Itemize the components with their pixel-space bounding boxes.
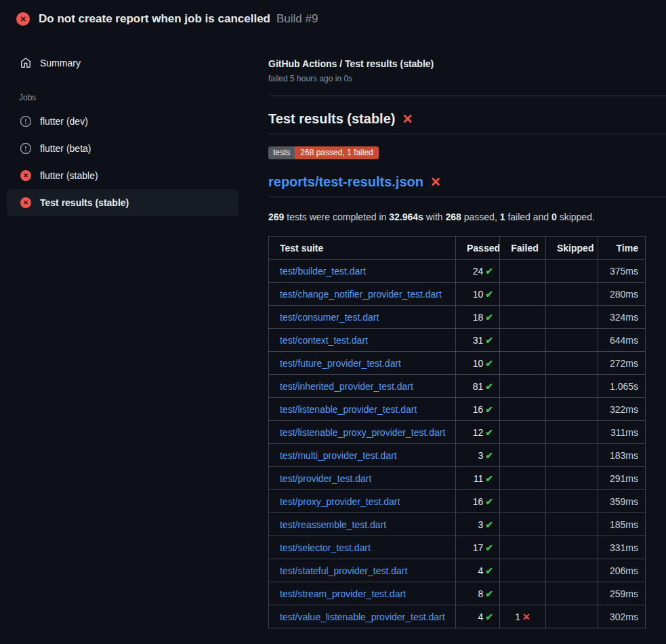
- job-label: flutter (dev): [40, 116, 88, 127]
- summary-text: skipped.: [557, 212, 595, 222]
- table-row: test/stateful_provider_test.dart4✔206ms: [269, 559, 646, 582]
- time-cell: 311ms: [598, 421, 646, 444]
- failed-cell: [500, 467, 546, 490]
- passed-cell: 16✔: [456, 398, 500, 421]
- passed-cell: 10✔: [456, 352, 500, 375]
- skipped-cell: [546, 283, 598, 306]
- failed-cell: [500, 375, 546, 398]
- sidebar-job-item-3[interactable]: ✕Test results (stable): [7, 189, 238, 216]
- time-cell: 324ms: [598, 306, 646, 329]
- suite-cell: test/inherited_provider_test.dart: [269, 375, 456, 398]
- suite-link[interactable]: test/builder_test.dart: [280, 266, 366, 277]
- summary-number: 0: [551, 212, 557, 222]
- passed-cell: 8✔: [456, 582, 500, 605]
- sidebar-job-item-1[interactable]: flutter (beta): [7, 135, 238, 162]
- table-header-row: Test suitePassedFailedSkippedTime: [269, 237, 646, 260]
- time-cell: 359ms: [598, 490, 646, 513]
- skipped-cell: [546, 329, 598, 352]
- suite-link[interactable]: test/stream_provider_test.dart: [280, 588, 406, 599]
- suite-link[interactable]: test/listenable_provider_test.dart: [280, 404, 417, 415]
- table-row: test/value_listenable_provider_test.dart…: [269, 605, 646, 628]
- section-heading: Test results (stable) ✕: [268, 96, 666, 134]
- sidebar-job-item-0[interactable]: flutter (dev): [7, 108, 238, 135]
- time-cell: 375ms: [598, 260, 646, 283]
- check-icon: ✔: [485, 496, 493, 507]
- table-row: test/multi_provider_test.dart3✔183ms: [269, 444, 646, 467]
- check-icon: ✔: [485, 335, 493, 346]
- check-icon: ✔: [485, 427, 493, 438]
- suite-cell: test/multi_provider_test.dart: [269, 444, 456, 467]
- suite-link[interactable]: test/context_test.dart: [280, 335, 368, 346]
- report-file-link[interactable]: reports/test-results.json: [268, 174, 423, 190]
- failed-status-icon: ✕: [20, 197, 31, 208]
- skipped-cell: [546, 582, 598, 605]
- failed-cell: [500, 398, 546, 421]
- suite-link[interactable]: test/reassemble_test.dart: [280, 519, 386, 530]
- passed-cell: 4✔: [456, 605, 500, 628]
- time-cell: 1.065s: [598, 375, 646, 398]
- column-header-passed: Passed: [456, 237, 500, 260]
- skipped-cell: [546, 536, 598, 559]
- cancelled-status-icon: [20, 143, 31, 154]
- table-row: test/stream_provider_test.dart8✔259ms: [269, 582, 646, 605]
- suite-cell: test/context_test.dart: [269, 329, 456, 352]
- jobs-list: flutter (dev)flutter (beta)✕flutter (sta…: [0, 108, 257, 216]
- suite-cell: test/listenable_provider_test.dart: [269, 398, 456, 421]
- suite-link[interactable]: test/multi_provider_test.dart: [280, 450, 397, 461]
- suite-link[interactable]: test/value_listenable_provider_test.dart: [280, 611, 445, 622]
- suite-cell: test/stream_provider_test.dart: [269, 582, 456, 605]
- table-row: test/listenable_proxy_provider_test.dart…: [269, 421, 646, 444]
- passed-cell: 16✔: [456, 490, 500, 513]
- table-row: test/change_notifier_provider_test.dart1…: [269, 283, 646, 306]
- skipped-cell: [546, 605, 598, 628]
- time-cell: 259ms: [598, 582, 646, 605]
- suite-link[interactable]: test/stateful_provider_test.dart: [280, 565, 407, 576]
- time-cell: 331ms: [598, 536, 646, 559]
- check-icon: ✔: [485, 266, 493, 277]
- sidebar-summary-label: Summary: [40, 58, 81, 68]
- skipped-cell: [546, 513, 598, 536]
- cross-icon: ✕: [522, 611, 530, 622]
- time-cell: 206ms: [598, 559, 646, 582]
- sidebar-item-summary[interactable]: Summary: [7, 49, 238, 77]
- passed-cell: 24✔: [456, 260, 500, 283]
- sidebar-job-item-2[interactable]: ✕flutter (stable): [7, 162, 238, 189]
- suite-link[interactable]: test/listenable_proxy_provider_test.dart: [280, 427, 445, 438]
- sidebar: Summary Jobs flutter (dev)flutter (beta)…: [0, 38, 257, 216]
- failed-cell: [500, 513, 546, 536]
- time-cell: 183ms: [598, 444, 646, 467]
- suite-link[interactable]: test/consumer_test.dart: [280, 312, 379, 323]
- passed-cell: 12✔: [456, 421, 500, 444]
- summary-number: 268: [446, 212, 461, 222]
- summary-text: failed and: [505, 212, 552, 222]
- time-cell: 185ms: [598, 513, 646, 536]
- summary-number: 1: [500, 212, 505, 222]
- suite-link[interactable]: test/future_provider_test.dart: [280, 358, 401, 369]
- jobs-section-label: Jobs: [0, 77, 257, 108]
- failed-cell: [500, 444, 546, 467]
- suite-cell: test/selector_test.dart: [269, 536, 456, 559]
- suite-cell: test/stateful_provider_test.dart: [269, 559, 456, 582]
- suite-link[interactable]: test/selector_test.dart: [280, 542, 371, 553]
- suite-link[interactable]: test/change_notifier_provider_test.dart: [280, 289, 442, 300]
- test-results-table: Test suitePassedFailedSkippedTime test/b…: [268, 236, 646, 628]
- table-row: test/proxy_provider_test.dart16✔359ms: [269, 490, 646, 513]
- suite-link[interactable]: test/proxy_provider_test.dart: [280, 496, 400, 507]
- check-icon: ✔: [485, 611, 493, 622]
- column-header-time: Time: [598, 237, 646, 260]
- tests-summary-text: 269 tests were completed in 32.964s with…: [268, 212, 666, 222]
- suite-link[interactable]: test/inherited_provider_test.dart: [280, 381, 413, 392]
- suite-link[interactable]: test/provider_test.dart: [280, 473, 371, 484]
- skipped-cell: [546, 306, 598, 329]
- suite-cell: test/provider_test.dart: [269, 467, 456, 490]
- check-icon: ✔: [485, 565, 493, 576]
- suite-cell: test/builder_test.dart: [269, 260, 456, 283]
- skipped-cell: [546, 444, 598, 467]
- time-cell: 322ms: [598, 398, 646, 421]
- badge-value: 268 passed, 1 failed: [295, 146, 378, 159]
- run-header: ✕ Do not create report when job is cance…: [0, 0, 666, 38]
- check-icon: ✔: [485, 450, 493, 461]
- main-panel: GitHub Actions / Test results (stable) f…: [257, 38, 666, 628]
- skipped-cell: [546, 375, 598, 398]
- failed-cell: [500, 306, 546, 329]
